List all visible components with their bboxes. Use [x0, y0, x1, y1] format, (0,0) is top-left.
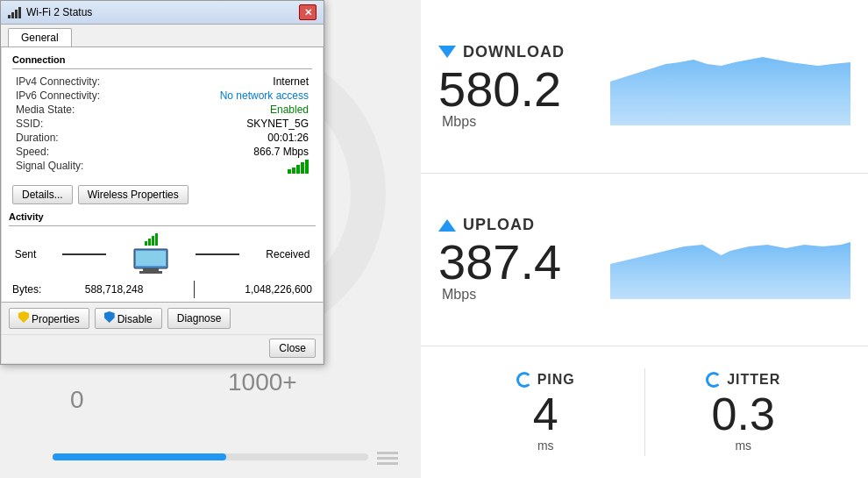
svg-rect-3: [139, 271, 162, 274]
wifi-bar-3: [15, 10, 18, 18]
upload-left: UPLOAD 387.4 Mbps: [438, 216, 596, 303]
comp-sig-1: [145, 241, 147, 246]
download-value-row: 580.2: [438, 65, 596, 114]
dialog-title-text: Wi-Fi 2 Status: [26, 6, 92, 18]
signal-value: [288, 160, 309, 174]
tab-general[interactable]: General: [8, 28, 72, 46]
close-dialog-button[interactable]: Close: [269, 339, 316, 358]
comp-sig-2: [148, 239, 151, 246]
hamburger-line-1: [377, 452, 398, 454]
diagnose-button[interactable]: Diagnose: [167, 308, 231, 329]
ipv6-label: IPv6 Connectivity:: [16, 89, 100, 102]
sig-bar-2: [292, 168, 295, 174]
jitter-title: JITTER: [727, 372, 780, 388]
ping-unit: ms: [537, 439, 554, 453]
download-header: DOWNLOAD: [438, 43, 596, 61]
duration-label: Duration:: [16, 132, 59, 144]
activity-divider: [9, 225, 316, 226]
media-state-row: Media State: Enabled: [12, 103, 312, 117]
wifi-title-icon: [8, 7, 21, 18]
menu-icon: [377, 452, 398, 465]
wifi-status-dialog: Wi-Fi 2 Status ✕ General Connection IPv4…: [0, 0, 324, 365]
bottom-buttons-row: Properties Disable Diagnose: [1, 302, 324, 335]
activity-section: Activity Sent: [1, 208, 324, 302]
ipv4-row: IPv4 Connectivity: Internet: [12, 75, 312, 89]
computer-signal-bars: [145, 233, 158, 246]
ping-section: PING 4 ms: [447, 372, 644, 453]
activity-line-left: [62, 253, 106, 255]
duration-row: Duration: 00:01:26: [12, 131, 312, 145]
svg-rect-1: [136, 251, 166, 266]
upload-sparkline: [610, 220, 850, 299]
speed-row: Speed: 866.7 Mbps: [12, 145, 312, 159]
wifi-bar-4: [18, 7, 21, 18]
signal-label: Signal Quality:: [16, 160, 83, 174]
jitter-header: JITTER: [706, 372, 780, 388]
ipv6-row: IPv6 Connectivity: No network access: [12, 89, 312, 103]
ssid-value: SKYNET_5G: [246, 118, 309, 130]
activity-label: Activity: [9, 211, 316, 222]
properties-shield-icon: [18, 311, 29, 323]
dialog-title-area: Wi-Fi 2 Status: [8, 6, 92, 18]
gauge-min: 0: [70, 386, 84, 414]
svg-marker-5: [610, 242, 850, 299]
upload-value-row: 387.4: [438, 238, 596, 287]
disable-shield-icon: [104, 311, 115, 323]
svg-rect-2: [143, 268, 159, 271]
ping-refresh-icon: [516, 372, 532, 388]
speedtest-panel: DOWNLOAD 580.2 Mbps UP: [421, 0, 868, 478]
details-button[interactable]: Details...: [12, 185, 73, 204]
jitter-unit: ms: [735, 439, 751, 453]
upload-arrow-icon: [438, 219, 456, 232]
sent-label: Sent: [15, 248, 37, 260]
dialog-titlebar: Wi-Fi 2 Status ✕: [1, 1, 324, 25]
download-arrow-icon: [438, 46, 456, 58]
comp-sig-4: [155, 233, 158, 246]
svg-marker-4: [610, 57, 850, 125]
sig-bar-5: [305, 160, 309, 174]
hamburger-line-2: [377, 457, 398, 460]
dialog-body: Connection IPv4 Connectivity: Internet I…: [1, 47, 324, 182]
sig-bar-3: [296, 165, 300, 174]
jitter-refresh-icon: [706, 372, 722, 388]
disable-button[interactable]: Disable: [95, 308, 162, 329]
signal-bars: [288, 160, 309, 174]
connection-section-label: Connection: [12, 54, 312, 65]
download-title: DOWNLOAD: [463, 43, 565, 61]
upload-title: UPLOAD: [463, 216, 535, 234]
computer-svg: [132, 247, 169, 275]
ipv6-value: No network access: [220, 89, 309, 102]
sent-bytes: 588,718,248: [85, 283, 144, 296]
wireless-properties-button[interactable]: Wireless Properties: [78, 185, 189, 204]
connection-divider: [12, 68, 312, 69]
ping-jitter-card: PING 4 ms JITTER 0.3 ms: [421, 346, 868, 478]
ping-title: PING: [537, 372, 575, 388]
activity-visual: Sent: [9, 233, 316, 275]
jitter-section: JITTER 0.3 ms: [645, 372, 843, 453]
upload-card: UPLOAD 387.4 Mbps: [421, 174, 868, 347]
duration-value: 00:01:26: [267, 132, 309, 144]
right-dash: [196, 253, 239, 255]
wifi-bar-2: [11, 12, 14, 18]
dialog-close-button[interactable]: ✕: [299, 4, 317, 20]
dialog-tabs: General: [1, 25, 324, 47]
detail-buttons-row: Details... Wireless Properties: [1, 182, 324, 208]
activity-line-right: [196, 253, 239, 255]
upload-value: 387.4: [438, 234, 561, 289]
left-dash: [62, 253, 106, 255]
properties-button[interactable]: Properties: [9, 308, 89, 329]
gauge-max: 1000+: [228, 368, 297, 396]
ping-value: 4: [533, 391, 559, 437]
download-card: DOWNLOAD 580.2 Mbps: [421, 0, 868, 174]
bytes-label: Bytes:: [12, 283, 41, 296]
progress-bar-container: [53, 453, 368, 460]
jitter-value: 0.3: [712, 391, 775, 437]
received-label: Received: [266, 248, 309, 260]
comp-sig-3: [152, 236, 154, 246]
speed-value: 866.7 Mbps: [253, 146, 309, 158]
upload-unit: Mbps: [442, 287, 596, 303]
download-sparkline: [610, 46, 850, 125]
ping-header: PING: [516, 372, 575, 388]
sent-side: Sent: [15, 248, 37, 260]
sig-bar-4: [301, 162, 304, 174]
